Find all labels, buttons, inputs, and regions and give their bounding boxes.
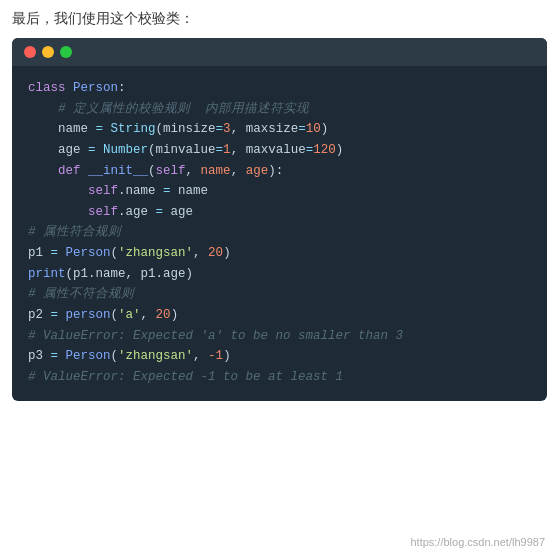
title-bar <box>12 38 547 66</box>
dot-red <box>24 46 36 58</box>
code-line-comment1: # 定义属性的校验规则 内部用描述符实现 <box>28 99 531 120</box>
code-line-comment4: # ValueError: Expected 'a' to be no smal… <box>28 326 531 347</box>
code-line-print: print(p1.name, p1.age) <box>28 264 531 285</box>
code-line-p2: p2 = person('a', 20) <box>28 305 531 326</box>
code-line: class Person: <box>28 78 531 99</box>
code-line-self-age: self.age = age <box>28 202 531 223</box>
code-line-comment2: # 属性符合规则 <box>28 222 531 243</box>
code-body: class Person: # 定义属性的校验规则 内部用描述符实现 name … <box>12 66 547 401</box>
dot-yellow <box>42 46 54 58</box>
code-line-comment3: # 属性不符合规则 <box>28 284 531 305</box>
code-line-comment5: # ValueError: Expected -1 to be at least… <box>28 367 531 388</box>
intro-text: 最后，我们使用这个校验类： <box>12 8 547 28</box>
page-container: 最后，我们使用这个校验类： class Person: # 定义属性的校验规则 … <box>0 0 559 554</box>
watermark: https://blog.csdn.net/lh9987 <box>410 536 545 548</box>
code-window: class Person: # 定义属性的校验规则 内部用描述符实现 name … <box>12 38 547 401</box>
code-line-def-init: def __init__(self, name, age): <box>28 161 531 182</box>
dot-green <box>60 46 72 58</box>
code-line-self-name: self.name = name <box>28 181 531 202</box>
code-line-name-assign: name = String(minsize=3, maxsize=10) <box>28 119 531 140</box>
code-line-p1: p1 = Person('zhangsan', 20) <box>28 243 531 264</box>
code-line-age-assign: age = Number(minvalue=1, maxvalue=120) <box>28 140 531 161</box>
code-line-p3: p3 = Person('zhangsan', -1) <box>28 346 531 367</box>
